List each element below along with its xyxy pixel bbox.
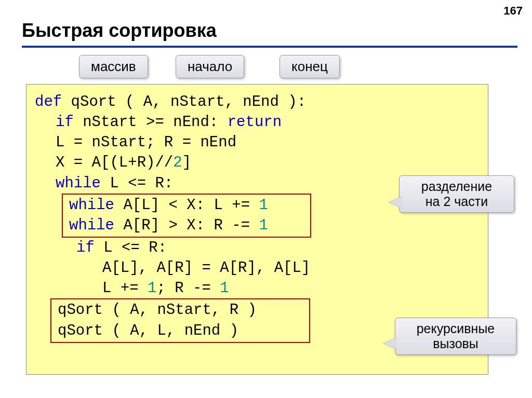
code-line-8: if L <= R: [35,238,480,258]
callout-line: вызовы [433,336,478,351]
code-line-4: X = A[(L+R)//2] [35,153,480,173]
code-line-10: L += 1; R -= 1 [35,278,480,298]
code-line-11: qSort ( A, nStart, R ) [58,300,303,320]
code-text: nStart >= nEnd: [74,114,228,131]
code-line-3: L = nStart; R = nEnd [35,132,480,153]
code-text: ] [182,154,191,171]
page-number: 167 [503,4,523,18]
partition-box: while A[L] < X: L += 1 while A[R] > X: R… [62,194,311,238]
label-end: конец [280,55,340,78]
label-array: массив [79,55,148,78]
title-rule [22,46,517,48]
kw-while: while [56,175,101,192]
code-line-6: while A[L] < X: L += 1 [69,195,304,215]
code-line-1: def qSort ( A, nStart, nEnd ): [35,92,480,112]
kw-def: def [35,93,62,111]
code-line-12: qSort ( A, L, nEnd ) [58,321,303,341]
kw-if: if [76,239,95,256]
code-line-7: while A[R] > X: R -= 1 [69,215,304,236]
callout-line: на 2 части [425,194,488,209]
code-text: L <= R: [95,239,167,256]
callout-line: разделение [421,179,492,194]
code-text: ; R -= [156,280,220,297]
kw-return: return [228,114,282,131]
code-line-2: if nStart >= nEnd: return [35,112,480,132]
kw-while: while [69,217,114,234]
callout-partition: разделение на 2 части [399,175,514,213]
num-1: 1 [259,197,268,214]
page-title: Быстрая сортировка [22,20,217,42]
kw-if: if [56,114,74,131]
num-1: 1 [220,280,229,297]
kw-while: while [69,197,114,214]
num-2: 2 [173,154,182,171]
callout-recursion: рекурсивные вызовы [395,318,516,355]
code-text: A[L] < X: L += [114,197,259,214]
recursion-box: qSort ( A, nStart, R ) qSort ( A, L, nEn… [50,298,310,342]
label-start: начало [176,55,244,78]
code-text: A[R] > X: R -= [114,217,259,234]
code-text: L += [102,280,148,297]
callout-line: рекурсивные [417,321,495,336]
num-1: 1 [148,280,156,297]
code-text: X = A[(L+R)// [56,154,173,171]
pointer-icon [383,337,397,350]
pointer-icon [389,196,402,209]
code-text: L <= R: [101,175,173,192]
num-1: 1 [259,217,268,234]
code-text: qSort ( A, nStart, nEnd ): [62,93,306,111]
code-line-9: A[L], A[R] = A[R], A[L] [35,258,480,278]
